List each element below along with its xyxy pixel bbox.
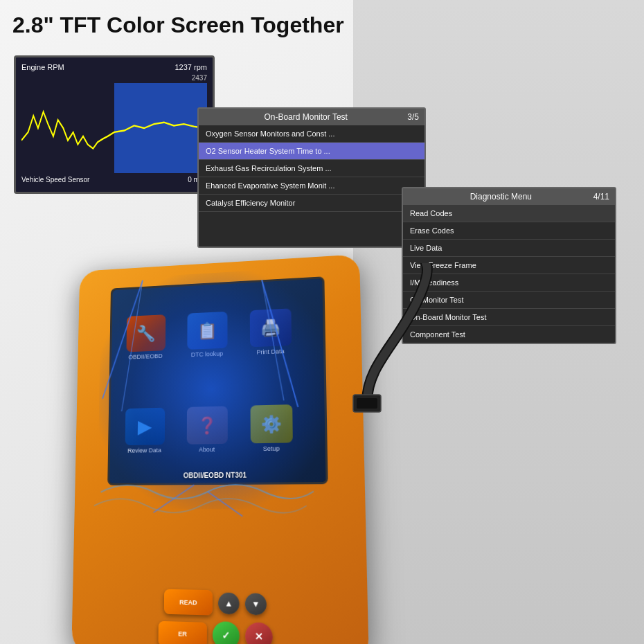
device-brand-label: OBDII/EOBD NT301	[184, 472, 247, 480]
up-arrow-button[interactable]: ▲	[218, 592, 240, 614]
engine-rpm-label: Engine RPM	[21, 63, 64, 71]
monitor-item-4[interactable]: Ehanced Evaporative System Monit ...	[199, 177, 424, 195]
diag-item-1[interactable]: Read Codes	[403, 205, 615, 222]
device-body: 🔧 OBDII/EOBD 📋 DTC lookup 🖨️ Print Data	[71, 254, 369, 644]
diag-item-4[interactable]: View Freeze Frame	[403, 257, 615, 274]
button-row-2: ER ✓ ✕	[91, 618, 346, 644]
speed-label: Vehicle Speed Sensor	[21, 176, 89, 184]
check-button[interactable]: ✓	[213, 621, 240, 644]
live-data-footer: Vehicle Speed Sensor 0 mph	[21, 176, 207, 184]
chart-area: 9	[21, 83, 207, 173]
monitor-title: On-Board Monitor Test	[204, 112, 407, 122]
down-arrow-button[interactable]: ▼	[245, 593, 267, 615]
monitor-item-5[interactable]: Catalyst Efficiency Monitor	[199, 195, 424, 212]
diag-item-5[interactable]: I/M Readiness	[403, 274, 615, 292]
er-button[interactable]: ER	[159, 620, 207, 644]
monitor-item-2[interactable]: O2 Sensor Heater System Time to ...	[199, 143, 424, 160]
page-title: 2.8" TFT Color Screen Together	[12, 12, 344, 38]
diagnostic-menu-screen: Diagnostic Menu 4/11 Read Codes Erase Co…	[402, 187, 616, 344]
diag-item-3[interactable]: Live Data	[403, 240, 615, 257]
diag-title: Diagnostic Menu	[409, 192, 593, 202]
engine-rpm-value: 1237 rpm	[175, 63, 208, 71]
diag-page-num: 4/11	[593, 192, 609, 202]
diag-item-2[interactable]: Erase Codes	[403, 222, 615, 240]
diag-item-8[interactable]: Component Test	[403, 326, 615, 343]
monitor-title-bar: On-Board Monitor Test 3/5	[199, 109, 424, 125]
x-button[interactable]: ✕	[245, 622, 273, 644]
diag-item-6[interactable]: O2 Monitor Test	[403, 292, 615, 309]
device-buttons-area: READ ▲ ▼ ER ✓ ✕	[91, 587, 346, 644]
monitor-item-1[interactable]: Oxygen Sensor Monitors and Const ...	[199, 125, 424, 143]
rpm-value2: 2437	[21, 74, 207, 82]
diag-title-bar: Diagnostic Menu 4/11	[403, 188, 615, 205]
monitor-screen: On-Board Monitor Test 3/5 Oxygen Sensor …	[197, 107, 426, 248]
monitor-page-num: 3/5	[407, 112, 419, 122]
read-button[interactable]: READ	[164, 589, 213, 616]
live-data-screen: Engine RPM 1237 rpm 2437 9 Vehicle Speed…	[14, 55, 215, 194]
button-row-1: READ ▲ ▼	[92, 587, 346, 619]
live-data-header: Engine RPM 1237 rpm	[21, 63, 207, 71]
diag-item-7[interactable]: On-Board Monitor Test	[403, 309, 615, 326]
monitor-empty-space	[199, 212, 424, 247]
monitor-item-3[interactable]: Exhaust Gas Recirculation System ...	[199, 160, 424, 177]
